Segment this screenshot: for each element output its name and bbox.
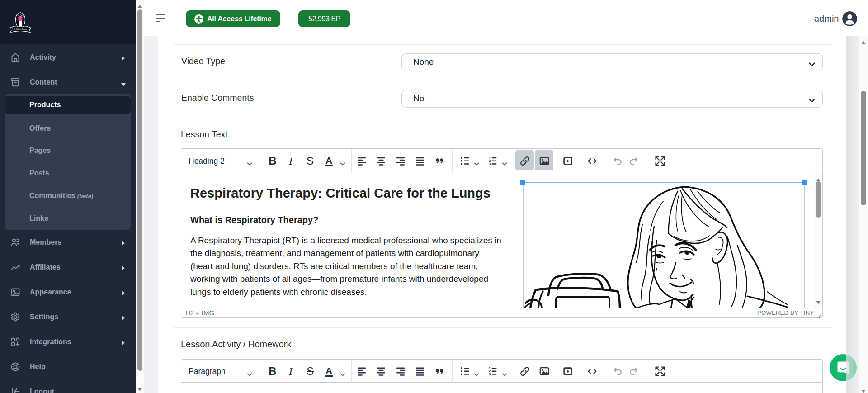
svg-text:3: 3 bbox=[489, 372, 491, 376]
svg-text:St. Robin's School: St. Robin's School bbox=[14, 28, 27, 30]
svg-text:3: 3 bbox=[489, 162, 491, 166]
